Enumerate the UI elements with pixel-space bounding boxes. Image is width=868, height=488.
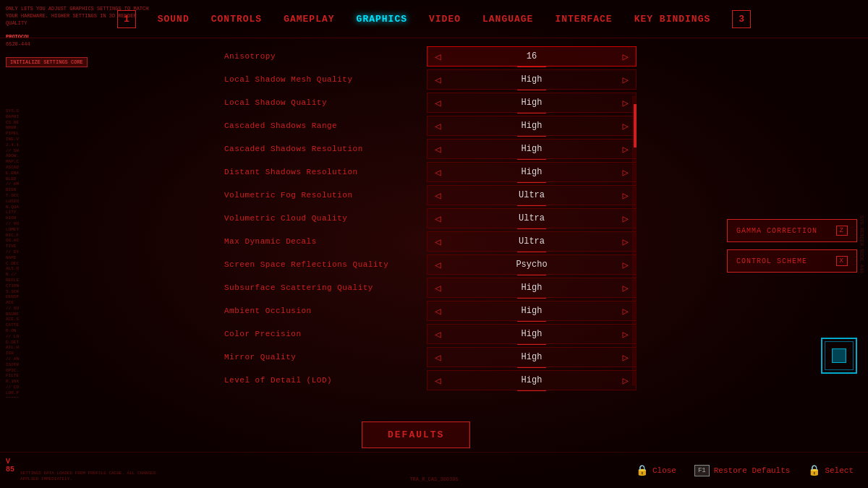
setting-control: ◁16▷ — [427, 46, 637, 67]
restore-defaults-action[interactable]: F1 Restore Defaults — [694, 465, 790, 476]
setting-row: Cascaded Shadows Resolution◁High▷ — [224, 138, 673, 160]
setting-row: Color Precision◁High▷ — [224, 323, 673, 345]
tab-sound[interactable]: SOUND — [158, 14, 190, 25]
arrow-left-button[interactable]: ◁ — [427, 189, 448, 202]
settings-panel: Anisotropy◁16▷Local Shadow Mesh Quality◁… — [166, 38, 687, 488]
setting-row: Cascaded Shadows Range◁High▷ — [224, 115, 673, 137]
setting-value: Ultra — [448, 190, 615, 200]
setting-control: ◁High▷ — [427, 139, 637, 159]
select-action[interactable]: 🔒 Select — [808, 464, 854, 476]
setting-control: ◁Ultra▷ — [427, 231, 637, 252]
arrow-left-button[interactable]: ◁ — [427, 120, 448, 132]
setting-control: ◁High▷ — [427, 116, 637, 136]
setting-control: ◁High▷ — [427, 162, 637, 182]
setting-row: Local Shadow Quality◁High▷ — [224, 92, 673, 114]
setting-label: Ambient Occlusion — [224, 307, 427, 315]
nav-badge-left: 1 — [117, 10, 136, 28]
setting-row: Ambient Occlusion◁High▷ — [224, 300, 673, 322]
setting-label: Screen Space Reflections Quality — [224, 260, 427, 269]
arrow-left-button[interactable]: ◁ — [427, 97, 448, 109]
arrow-left-button[interactable]: ◁ — [427, 236, 448, 248]
setting-label: Distant Shadows Resolution — [224, 168, 427, 176]
header-nav: 1 SOUND CONTROLS GAMEPLAY GRAPHICS VIDEO… — [0, 0, 868, 38]
setting-control: ◁High▷ — [427, 347, 637, 367]
right-panel: GAMMA CORRECTION Z CONTROL SCHEME X — [687, 38, 868, 488]
setting-row: Volumetric Cloud Quality◁Ultra▷ — [224, 207, 673, 229]
setting-row: Local Shadow Mesh Quality◁High▷ — [224, 69, 673, 90]
setting-label: Local Shadow Mesh Quality — [224, 75, 427, 84]
bottom-decode-text: TRA_R_CAS_300395 — [409, 476, 458, 482]
tab-language[interactable]: LANGUAGE — [482, 14, 533, 25]
control-scheme-label: CONTROL SCHEME — [736, 257, 807, 265]
control-scheme-button[interactable]: CONTROL SCHEME X — [727, 249, 857, 273]
nav-badge-right: 3 — [732, 10, 751, 28]
setting-control: ◁High▷ — [427, 278, 637, 298]
setting-value: High — [448, 283, 615, 293]
setting-control: ◁High▷ — [427, 301, 637, 321]
arrow-left-button[interactable]: ◁ — [427, 282, 448, 294]
setting-label: Cascaded Shadows Range — [224, 121, 427, 130]
setting-value: Ultra — [448, 213, 615, 223]
tab-video[interactable]: VIDEO — [429, 14, 461, 25]
arrow-left-button[interactable]: ◁ — [427, 143, 448, 155]
mini-icon-box — [821, 338, 857, 374]
arrow-left-button[interactable]: ◁ — [427, 328, 448, 341]
setting-row: Subsurface Scattering Quality◁High▷ — [224, 277, 673, 299]
arrow-left-button[interactable]: ◁ — [427, 51, 448, 63]
arrow-left-button[interactable]: ◁ — [427, 166, 448, 179]
arrow-right-button[interactable]: ▷ — [616, 51, 636, 63]
setting-row: Screen Space Reflections Quality◁Psycho▷ — [224, 254, 673, 275]
arrow-left-button[interactable]: ◁ — [427, 374, 448, 387]
arrow-right-button[interactable]: ▷ — [616, 74, 636, 86]
setting-label: Local Shadow Quality — [224, 98, 427, 107]
setting-value: High — [448, 98, 615, 108]
gamma-key-badge: Z — [836, 226, 848, 236]
scrollbar-track[interactable] — [632, 96, 637, 385]
setting-value: High — [448, 375, 615, 385]
scrollbar-thumb[interactable] — [634, 104, 637, 147]
restore-label: Restore Defaults — [714, 466, 791, 475]
arrow-left-button[interactable]: ◁ — [427, 259, 448, 271]
setting-label: Volumetric Cloud Quality — [224, 214, 427, 223]
select-icon: 🔒 — [808, 464, 820, 476]
setting-control: ◁Psycho▷ — [427, 254, 637, 275]
mini-icon-inner — [832, 348, 846, 363]
setting-row: Mirror Quality◁High▷ — [224, 346, 673, 368]
setting-control: ◁Ultra▷ — [427, 208, 637, 228]
control-scheme-key-badge: X — [836, 256, 848, 266]
gamma-correction-label: GAMMA CORRECTION — [736, 227, 817, 235]
tab-controls[interactable]: CONTROLS — [211, 14, 262, 25]
setting-value: High — [448, 329, 615, 339]
setting-control: ◁High▷ — [427, 69, 637, 90]
arrow-left-button[interactable]: ◁ — [427, 305, 448, 317]
setting-control: ◁Ultra▷ — [427, 185, 637, 205]
setting-value: High — [448, 352, 615, 362]
setting-label: Max Dynamic Decals — [224, 237, 427, 246]
tab-gameplay[interactable]: GAMEPLAY — [284, 14, 334, 25]
arrow-left-button[interactable]: ◁ — [427, 351, 448, 364]
setting-value: High — [448, 306, 615, 316]
setting-control: ◁High▷ — [427, 324, 637, 344]
defaults-section: DEFAULTS — [362, 421, 470, 448]
tab-keybindings[interactable]: KEY BINDINGS — [634, 14, 711, 25]
tab-interface[interactable]: INTERFACE — [555, 14, 612, 25]
main-content: Anisotropy◁16▷Local Shadow Mesh Quality◁… — [166, 38, 868, 488]
arrow-left-button[interactable]: ◁ — [427, 213, 448, 225]
defaults-button[interactable]: DEFAULTS — [362, 421, 470, 448]
initialize-badge: INITIALIZE SETTINGS CORE — [6, 57, 88, 67]
setting-row: Volumetric Fog Resolution◁Ultra▷ — [224, 184, 673, 206]
setting-row: Max Dynamic Decals◁Ultra▷ — [224, 231, 673, 252]
setting-row: Anisotropy◁16▷ — [224, 46, 673, 67]
setting-control: ◁High▷ — [427, 93, 637, 113]
gamma-correction-button[interactable]: GAMMA CORRECTION Z — [727, 219, 857, 242]
f1-key: F1 — [694, 465, 710, 476]
close-label: Close — [652, 466, 676, 475]
arrow-left-button[interactable]: ◁ — [427, 74, 448, 86]
close-action[interactable]: 🔒 Close — [636, 464, 676, 476]
tab-graphics[interactable]: GRAPHICS — [357, 14, 407, 25]
setting-label: Level of Detail (LOD) — [224, 376, 427, 385]
setting-value: Ultra — [448, 236, 615, 247]
setting-value: Psycho — [448, 260, 615, 270]
left-vertical-text: SYS.GRAPHICS.RENDER.PIPELINE.V2.4.1 // S… — [6, 108, 20, 398]
setting-label: Cascaded Shadows Resolution — [224, 145, 427, 153]
